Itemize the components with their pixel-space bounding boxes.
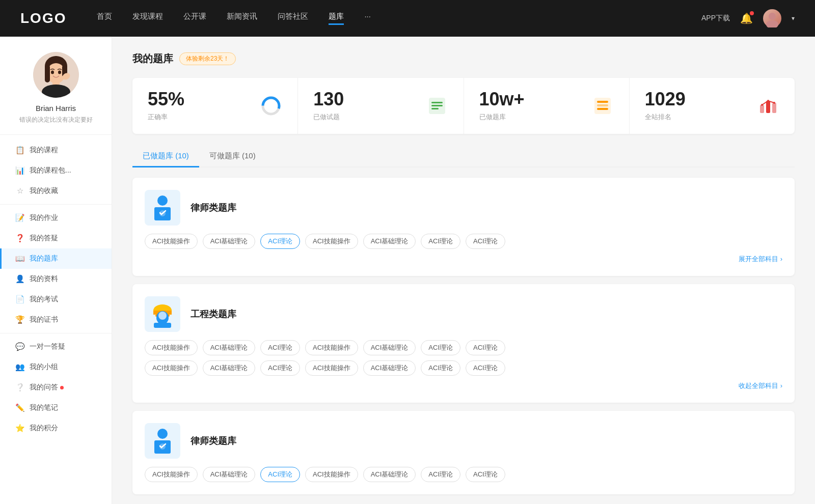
sidebar-item-label: 我的问答	[30, 383, 58, 392]
tab-available-banks[interactable]: 可做题库 (10)	[199, 146, 266, 167]
qa-red-dot	[60, 386, 64, 389]
notification-bell[interactable]: 🔔	[740, 12, 753, 24]
sidebar-item-questions[interactable]: ❓ 我的答疑	[0, 228, 112, 248]
bank-tag[interactable]: ACI技能操作	[145, 234, 198, 249]
sidebar-item-tutoring[interactable]: 💬 一对一答疑	[0, 337, 112, 357]
nav-link-home[interactable]: 首页	[97, 12, 112, 25]
bank-tag[interactable]: ACI技能操作	[145, 360, 198, 376]
bank-card-engineer: 工程类题库 ACI技能操作 ACI基础理论 ACI理论 ACI技能操作 ACI基…	[132, 284, 795, 403]
tabs: 已做题库 (10) 可做题库 (10)	[132, 146, 795, 167]
nav-link-qa[interactable]: 问答社区	[278, 12, 308, 25]
sidebar-item-homework[interactable]: 📝 我的作业	[0, 208, 112, 228]
profile-avatar	[33, 52, 79, 98]
bank-tag[interactable]: ACI理论	[466, 340, 505, 355]
sidebar-item-favorites[interactable]: ☆ 我的收藏	[0, 181, 112, 201]
bank-tag[interactable]: ACI基础理论	[203, 340, 256, 355]
certificate-icon: 🏆	[15, 315, 24, 324]
bank-tag[interactable]: ACI技能操作	[145, 467, 198, 482]
bank-tag[interactable]: ACI基础理论	[203, 234, 256, 249]
bank-tag[interactable]: ACI基础理论	[363, 234, 416, 249]
coursepack-icon: 📊	[15, 166, 24, 175]
svg-rect-16	[431, 105, 443, 106]
sidebar-profile: Brian Harris 错误的决定比没有决定要好	[0, 52, 112, 135]
stat-info-done-questions: 130 已做试题	[313, 90, 417, 122]
svg-point-26	[767, 100, 769, 102]
svg-point-35	[158, 312, 167, 320]
sidebar-item-coursepack[interactable]: 📊 我的课程包...	[0, 160, 112, 181]
bank-tag[interactable]: ACI基础理论	[203, 360, 256, 376]
main-content: 我的题库 体验剩余23天！ 55% 正确率	[112, 37, 815, 504]
my-qa-icon: ❔	[15, 383, 24, 392]
nav-link-more[interactable]: ···	[364, 12, 371, 25]
bank-tag[interactable]: ACI理论	[421, 340, 460, 355]
svg-rect-36	[154, 323, 171, 328]
bank-tag[interactable]: ACI理论	[260, 340, 300, 355]
svg-rect-24	[772, 103, 776, 113]
svg-point-28	[157, 195, 168, 206]
stat-icon-done-questions	[426, 95, 448, 117]
nav-dropdown-arrow[interactable]: ▾	[792, 15, 795, 22]
profile-name: Brian Harris	[36, 104, 76, 113]
svg-point-0	[769, 13, 776, 20]
tab-done-banks[interactable]: 已做题库 (10)	[132, 146, 199, 167]
sidebar-item-qbank[interactable]: 📖 我的题库	[0, 248, 112, 269]
bank-tag[interactable]: ACI理论	[466, 360, 505, 376]
bank-card-lawyer-2: 律师类题库 ACI技能操作 ACI基础理论 ACI理论 ACI技能操作 ACI基…	[132, 411, 795, 494]
nav-link-qbank[interactable]: 题库	[329, 12, 344, 25]
profile-icon: 👤	[15, 274, 24, 284]
bank-icon-lawyer-2	[145, 423, 180, 459]
tutoring-icon: 💬	[15, 342, 24, 351]
sidebar-menu: 📋 我的课程 📊 我的课程包... ☆ 我的收藏 📝 我的作业 ❓ 我的答疑 �	[0, 140, 112, 438]
sidebar-item-certificate[interactable]: 🏆 我的证书	[0, 310, 112, 330]
bank-tag[interactable]: ACI基础理论	[363, 340, 416, 355]
bank-tag[interactable]: ACI理论	[421, 467, 460, 482]
bank-tag[interactable]: ACI理论	[260, 360, 300, 376]
nav-link-news[interactable]: 新闻资讯	[227, 12, 257, 25]
bank-tag[interactable]: ACI技能操作	[305, 340, 358, 355]
bank-tag[interactable]: ACI理论	[421, 234, 460, 249]
bank-tags-engineer-row2: ACI技能操作 ACI基础理论 ACI理论 ACI技能操作 ACI基础理论 AC…	[145, 360, 782, 376]
bank-tag-active[interactable]: ACI理论	[260, 234, 300, 249]
bank-icon-engineer	[145, 296, 180, 332]
bank-tag[interactable]: ACI技能操作	[305, 234, 358, 249]
bank-tag[interactable]: ACI基础理论	[363, 360, 416, 376]
bank-tag[interactable]: ACI技能操作	[145, 340, 198, 355]
sidebar-item-courses[interactable]: 📋 我的课程	[0, 140, 112, 160]
sidebar-item-profile[interactable]: 👤 我的资料	[0, 269, 112, 289]
sidebar-item-exam[interactable]: 📄 我的考试	[0, 289, 112, 310]
nav-link-open[interactable]: 公开课	[183, 12, 206, 25]
stat-value-correct-rate: 55%	[148, 90, 252, 108]
bank-name-lawyer-2: 律师类题库	[191, 435, 236, 447]
stat-value-site-rank: 1029	[645, 90, 749, 108]
bank-footer-engineer: 收起全部科目 ›	[145, 381, 782, 390]
app-download-button[interactable]: APP下载	[701, 14, 730, 23]
bank-tag-active[interactable]: ACI理论	[260, 467, 300, 482]
bank-tags-lawyer-1: ACI技能操作 ACI基础理论 ACI理论 ACI技能操作 ACI基础理论 AC…	[145, 234, 782, 249]
bank-tag[interactable]: ACI基础理论	[363, 467, 416, 482]
sidebar-item-notes[interactable]: ✏️ 我的笔记	[0, 398, 112, 418]
bank-tag[interactable]: ACI技能操作	[305, 467, 358, 482]
svg-point-10	[58, 71, 61, 74]
collapse-button-engineer[interactable]: 收起全部科目 ›	[739, 382, 782, 389]
sidebar-item-label: 我的小组	[30, 362, 58, 372]
bank-tag[interactable]: ACI技能操作	[305, 360, 358, 376]
bank-tag[interactable]: ACI理论	[466, 467, 505, 482]
expand-button-lawyer-1[interactable]: 展开全部科目 ›	[739, 255, 782, 263]
bank-tag[interactable]: ACI理论	[421, 360, 460, 376]
sidebar-item-group[interactable]: 👥 我的小组	[0, 357, 112, 377]
main-layout: Brian Harris 错误的决定比没有决定要好 📋 我的课程 📊 我的课程包…	[0, 37, 815, 504]
sidebar-item-my-qa[interactable]: ❔ 我的问答	[0, 377, 112, 398]
sidebar-item-points[interactable]: ⭐ 我的积分	[0, 418, 112, 438]
nav-avatar[interactable]	[763, 9, 781, 27]
sidebar-item-label: 我的收藏	[30, 186, 58, 195]
stat-card-done-banks: 10w+ 已做题库	[464, 78, 630, 134]
page-header: 我的题库 体验剩余23天！	[132, 52, 795, 66]
svg-rect-17	[431, 108, 439, 109]
divider-2	[0, 333, 112, 333]
bank-tag[interactable]: ACI理论	[466, 234, 505, 249]
nav-link-discover[interactable]: 发现课程	[132, 12, 163, 25]
questions-icon: ❓	[15, 234, 24, 243]
sidebar-item-label: 我的考试	[30, 295, 58, 304]
bank-header-lawyer-1: 律师类题库	[145, 190, 782, 226]
bank-tag[interactable]: ACI基础理论	[203, 467, 256, 482]
